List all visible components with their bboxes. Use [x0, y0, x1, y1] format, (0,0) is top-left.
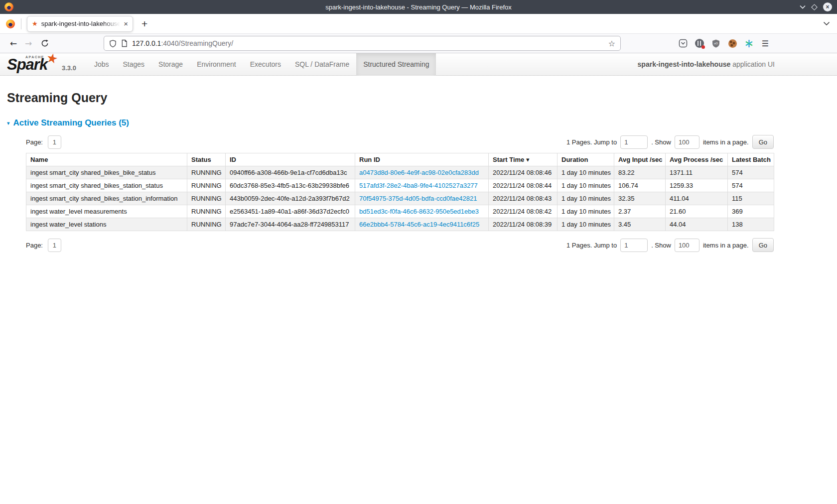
ublock-button[interactable]: uO: [709, 37, 722, 50]
cell-run_id: 517afd3f-28e2-4ba8-9fe4-4102527a3277: [355, 179, 489, 192]
page-number-input[interactable]: [48, 135, 61, 149]
cell-id: 60dc3768-85e3-4fb5-a13c-63b29938bfe6: [226, 179, 355, 192]
apache-label: APACHE: [25, 55, 44, 59]
jump-to-input[interactable]: [620, 135, 648, 149]
items-label: items in a page.: [703, 242, 749, 249]
spark-star-icon: ★: [45, 51, 59, 66]
ublock-shield-icon: uO: [712, 39, 720, 48]
nav-item-sql-dataframe: SQL / DataFrame: [288, 53, 356, 75]
cell-status: RUNNING: [187, 179, 226, 192]
cell-duration: 1 day 10 minutes: [558, 192, 614, 205]
reload-button[interactable]: [37, 36, 52, 51]
pocket-button[interactable]: [677, 37, 690, 50]
page-info-icon[interactable]: [121, 39, 128, 47]
cell-id: 0940ff66-a308-466b-9e1a-cf7cd6dba13c: [226, 166, 355, 179]
col-header-status[interactable]: Status: [187, 153, 226, 166]
cell-name: ingest smart_city shared_bikes_station_s…: [26, 179, 187, 192]
items-per-page-input[interactable]: [675, 239, 699, 252]
section-title: Active Streaming Queries (5): [13, 118, 129, 128]
shield-icon[interactable]: [109, 39, 117, 48]
items-per-page-input[interactable]: [675, 135, 699, 149]
nav-link-storage[interactable]: Storage: [151, 53, 190, 76]
col-header-duration[interactable]: Duration: [558, 153, 614, 166]
nav-item-stages: Stages: [116, 53, 152, 75]
collapse-arrow-icon: ▾: [7, 120, 10, 126]
nav-link-environment[interactable]: Environment: [190, 53, 243, 76]
cell-status: RUNNING: [187, 218, 226, 231]
run-id-link[interactable]: 70f54975-375d-4d05-bdfa-ccd0fae42821: [359, 195, 477, 202]
go-button[interactable]: Go: [752, 238, 774, 252]
cell-id: e2563451-1a89-40a1-a86f-36d37d2ecfc0: [226, 205, 355, 218]
chevron-down-icon: [800, 5, 806, 9]
url-bar[interactable]: 127.0.0.1:4040/StreamingQuery/ ☆: [104, 36, 621, 51]
maximize-button[interactable]: [812, 5, 817, 9]
page-number-input[interactable]: [48, 239, 61, 252]
cell-start_time: 2022/11/24 08:08:39: [489, 218, 558, 231]
run-id-link[interactable]: a0473d8d-80e6-4e9f-ac98-02e0cfa283dd: [359, 169, 479, 176]
nav-link-jobs[interactable]: Jobs: [87, 53, 116, 76]
cookie-icon: [728, 39, 737, 48]
close-button[interactable]: ×: [823, 2, 832, 11]
items-label: items in a page.: [703, 138, 749, 146]
go-button[interactable]: Go: [752, 135, 774, 149]
browser-toolbar: ← → 127.0.0.1:4040/StreamingQuery/ ☆: [0, 34, 837, 53]
pagination-controls: 1 Pages. Jump to . Show items in a page.…: [566, 238, 774, 252]
col-header-avg-process[interactable]: Avg Process /sec: [666, 153, 728, 166]
table-row: ingest smart_city shared_bikes_station_s…: [26, 179, 774, 192]
bookmark-star-icon[interactable]: ☆: [608, 39, 615, 48]
pagination-page: Page:: [26, 135, 61, 149]
cell-duration: 1 day 10 minutes: [558, 205, 614, 218]
cell-run_id: 70f54975-375d-4d05-bdfa-ccd0fae42821: [355, 192, 489, 205]
spark-logo[interactable]: APACHE Spark ★: [7, 53, 61, 75]
cookie-extension-button[interactable]: [726, 37, 739, 50]
back-button[interactable]: ←: [6, 36, 21, 51]
jump-to-input[interactable]: [620, 239, 648, 252]
cell-avg_process: 21.60: [666, 205, 728, 218]
col-header-latest-batch[interactable]: Latest Batch: [728, 153, 774, 166]
list-all-tabs-button[interactable]: [823, 21, 830, 26]
nav-link-structured-streaming[interactable]: Structured Streaming: [356, 53, 436, 76]
queries-table-body: ingest smart_city shared_bikes_bike_stat…: [26, 166, 774, 231]
cell-avg_input: 83.22: [614, 166, 666, 179]
tab-close-icon[interactable]: ×: [124, 20, 128, 27]
cell-run_id: a0473d8d-80e6-4e9f-ac98-02e0cfa283dd: [355, 166, 489, 179]
nav-link-stages[interactable]: Stages: [116, 53, 152, 76]
table-row: ingest water_level measurementsRUNNINGe2…: [26, 205, 774, 218]
window-controls: ×: [800, 2, 837, 11]
show-label: . Show: [651, 138, 671, 146]
privacy-extension-button[interactable]: [693, 37, 706, 50]
cell-start_time: 2022/11/24 08:08:43: [489, 192, 558, 205]
asterisk-icon: [745, 39, 753, 48]
asterisk-extension-button[interactable]: [742, 37, 755, 50]
cell-avg_process: 44.04: [666, 218, 728, 231]
col-header-id[interactable]: ID: [226, 153, 355, 166]
spark-version: 3.3.0: [62, 64, 76, 72]
run-id-link[interactable]: bd51ed3c-f0fa-46c6-8632-950e5ed1ebe3: [359, 208, 479, 215]
forward-button[interactable]: →: [21, 36, 36, 51]
cell-avg_input: 32.35: [614, 192, 666, 205]
page-label: Page:: [26, 242, 43, 249]
col-header-start-time[interactable]: Start Time ▾: [489, 153, 558, 166]
hamburger-menu-button[interactable]: ☰: [759, 37, 772, 50]
active-queries-section-header[interactable]: ▾ Active Streaming Queries (5): [7, 118, 830, 128]
table-row: ingest smart_city shared_bikes_bike_stat…: [26, 166, 774, 179]
col-header-avg-input[interactable]: Avg Input /sec: [614, 153, 666, 166]
minimize-button[interactable]: [800, 5, 806, 9]
cell-status: RUNNING: [187, 192, 226, 205]
badge-dot: [701, 45, 705, 49]
col-header-name[interactable]: Name: [26, 153, 187, 166]
nav-item-executors: Executors: [243, 53, 288, 75]
pages-summary: 1 Pages. Jump to: [566, 138, 617, 146]
url-path: :4040/StreamingQuery/: [161, 39, 233, 47]
col-header-run-id[interactable]: Run ID: [355, 153, 489, 166]
run-id-link[interactable]: 66e2bbb4-5784-45c6-ac19-4ec9411c6f25: [359, 221, 479, 228]
window-titlebar: spark-ingest-into-lakehouse - Streaming …: [0, 0, 837, 14]
cell-latest_batch: 574: [728, 179, 774, 192]
nav-link-sql-dataframe[interactable]: SQL / DataFrame: [288, 53, 356, 76]
firefox-view-button[interactable]: [6, 19, 15, 28]
new-tab-button[interactable]: +: [141, 18, 147, 30]
application-ui-label: spark-ingest-into-lakehouse application …: [638, 53, 837, 75]
run-id-link[interactable]: 517afd3f-28e2-4ba8-9fe4-4102527a3277: [359, 182, 478, 189]
browser-tab[interactable]: ★ spark-ingest-into-lakehouse ×: [27, 16, 133, 32]
nav-link-executors[interactable]: Executors: [243, 53, 288, 76]
